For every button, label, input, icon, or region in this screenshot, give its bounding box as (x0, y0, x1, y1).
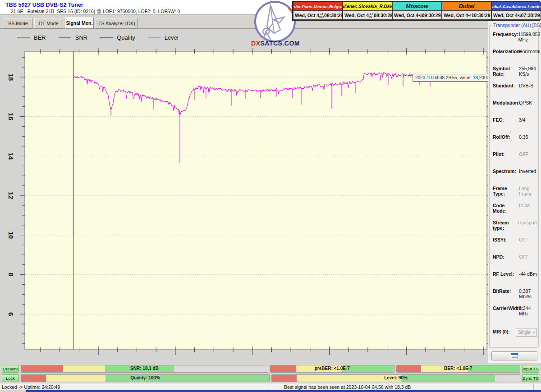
param-label: Code Mode: (493, 203, 519, 214)
tab-bs-mode[interactable]: BS Mode (4, 18, 32, 28)
clock-offset: +3 (418, 14, 422, 17)
param-rows: Frequency:11599,053 MHzPolarization:Hori… (493, 32, 537, 341)
status-bar: Locked -> Uptime: 24:20:49 Best signal h… (0, 383, 541, 390)
param-value: 0.35 (519, 135, 537, 140)
stream-list-button[interactable] (491, 351, 537, 360)
param-value: -44 dBm (519, 272, 537, 277)
bar-label: Quality: 100% (21, 375, 269, 380)
y-axis-label: 12 (7, 192, 15, 200)
param-label: FEC: (493, 118, 519, 123)
param-row-npd: NPD:OFF (493, 255, 537, 272)
clock-date: Wed, Oct 4 (444, 13, 468, 18)
tab-signal-mon[interactable]: Signal Mon. (65, 17, 94, 29)
logo-dx: DX (251, 40, 260, 47)
tab-ts-analyzer-ok[interactable]: TS Analyzer (OK) (96, 18, 138, 28)
clock-value: 08:30:29 (324, 13, 343, 18)
param-label: MIS (0): (493, 329, 516, 335)
transponder-sidebar: Transponder (AU) [BS] Frequency:11599,05… (488, 20, 541, 363)
mis-dropdown[interactable]: Single▾ (516, 328, 537, 337)
dst-flag: DST (319, 15, 324, 18)
param-label: Symbol Rate: (493, 66, 519, 77)
signal-bar-row-1: LockQuality: 100%Level: 90%Sync TS (2, 374, 539, 382)
utc-offset: +3 (418, 14, 422, 17)
clock-value: 09:30:29 (422, 13, 441, 18)
param-label: Standard: (493, 83, 519, 89)
clock-offset: +4 (468, 14, 471, 17)
y-axis-label: 14 (7, 152, 15, 160)
clock-city-rabat-casablanca-london: Rabat-Casablanca-London (491, 2, 541, 11)
param-value: 3/4 (519, 118, 537, 123)
param-label: Spectrum: (493, 169, 519, 174)
param-value: Horizontal (519, 49, 540, 55)
param-label: Frequency: (493, 32, 518, 37)
clock-city-moscow: Moscow (392, 2, 442, 11)
status-best-signal: Best signal has been seen at 2023-10-04 … (284, 384, 411, 390)
clock-time-moscow: Wed, Oct 4+309:30:29 (392, 11, 442, 20)
clock-time-lu-enec-slovakia-r-d-vid: Wed, Oct 4+1DST08:30:29 (343, 11, 392, 20)
bar-label: BER: <1.0E-7 (397, 366, 520, 371)
param-label: Frame Type: (493, 186, 519, 196)
groupbox-title: Transponder (AU) [BS] (492, 23, 541, 28)
param-row-bitrate: BitRate:0,387 Mbit/s (493, 289, 537, 306)
clock-date: Wed, Oct 4 (493, 13, 518, 18)
clock-time-rabat-casablanca-london: Wed, Oct 4+107:30:29 (491, 11, 541, 20)
progress-bar-preber: preBER: <1.0E-7 (270, 365, 394, 373)
param-row-standard: Standard:DVB-S (493, 83, 537, 100)
param-value: OFF (519, 255, 537, 260)
param-row-mis: MIS (0):Single▾ (493, 323, 537, 341)
list-icon (511, 353, 518, 359)
param-label: NPD: (493, 255, 519, 260)
param-label: CarrierWidth: (493, 306, 519, 311)
badge-present: Present (2, 365, 19, 373)
tab-dt-mode[interactable]: DT Mode (34, 18, 63, 28)
param-row-fec: FEC:3/4 (493, 118, 537, 135)
param-value: CCM (519, 203, 537, 209)
param-value: OFF (519, 152, 537, 157)
clock-date: Wed, Oct 4 (295, 13, 319, 18)
plot-area (25, 51, 487, 350)
utc-offset: +1 (518, 14, 521, 17)
world-clocks: Berlin-Paris-Vienna-BelgradeLučenec-Slov… (292, 1, 540, 21)
param-row-frame-type: Frame Type:Long Frame (493, 186, 537, 203)
transponder-groupbox: Transponder (AU) [BS] Frequency:11599,05… (489, 25, 539, 348)
logo-rest: SATCS.COM (260, 40, 299, 47)
param-row-frequency: Frequency:11599,053 MHz (493, 32, 537, 49)
taskbar-edge (26, 390, 541, 392)
logo-text: DXSATCS.COM (247, 40, 304, 47)
dst-flag: DST (369, 15, 374, 18)
clock-offset: +1DST (369, 13, 374, 18)
param-label: Modulation: (493, 100, 519, 106)
clock-offset: +1 (518, 14, 521, 17)
status-separator (267, 384, 267, 390)
signal-monitor-panel: BERSNRQualityLevel 681012141618 2023-10-… (0, 28, 488, 363)
signal-bar-row-0: PresentSNR: 18,1 dBpreBER: <1.0E-7BER: <… (2, 365, 539, 373)
progress-bar-ber: BER: <1.0E-7 (396, 365, 521, 373)
param-value: Long Frame (519, 186, 537, 196)
bar-label: preBER: <1.0E-7 (270, 366, 394, 371)
badge-lock: Lock (2, 374, 19, 382)
param-value: 0,344 MHz (519, 306, 537, 316)
progress-bar-level: Level: 90% (271, 374, 520, 382)
status-separator (533, 384, 534, 390)
param-label: RollOff: (493, 135, 519, 140)
mis-value: Single (518, 330, 531, 335)
param-row-modulation: Modulation:QPSK (493, 100, 537, 118)
y-axis-label: 18 (7, 73, 15, 81)
param-label: RF Level: (493, 272, 519, 277)
param-row-stream-type: Stream type:Transport (493, 220, 537, 237)
param-value: Inverted (519, 169, 537, 174)
clock-offset: +1DST (319, 13, 324, 18)
bar-label: SNR: 18,1 dB (21, 366, 268, 371)
clock-city-lu-enec-slovakia-r-d-vid: Lučenec-Slovakia_R.Dávid (343, 2, 392, 11)
param-row-polarization: Polarization:Horizontal (493, 49, 537, 66)
param-value: 0,387 Mbit/s (519, 289, 537, 299)
param-value: Transport (517, 220, 537, 226)
param-label: Pilot: (493, 152, 519, 157)
clock-city-dubai: Dubai (442, 2, 491, 11)
param-value: QPSK (519, 100, 537, 106)
progress-bar-snr: SNR: 18,1 dB (21, 365, 268, 373)
param-row-rolloff: RollOff:0.35 (493, 135, 537, 152)
param-label: Polarization: (493, 49, 519, 55)
clock-time-berlin-paris-vienna-belgrade: Wed, Oct 4+1DST08:30:29 (293, 11, 343, 20)
param-row-pilot: Pilot:OFF (493, 152, 537, 169)
